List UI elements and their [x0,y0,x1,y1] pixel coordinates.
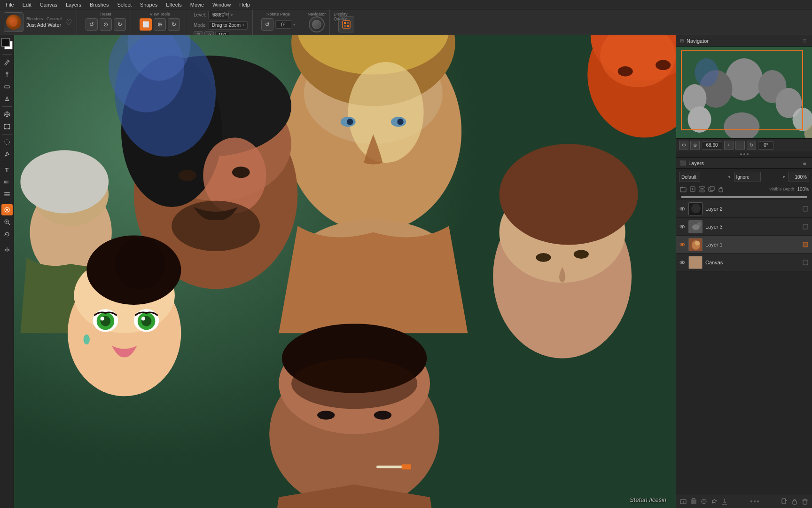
menu-select[interactable]: Select [113,1,135,8]
layer-3-eye-btn[interactable] [679,223,686,230]
favorite-heart-btn[interactable]: ♡ [65,18,72,27]
layer-lock-btn[interactable] [717,185,725,193]
eyedropper-btn[interactable] [1,69,13,80]
layer-1-thumb [688,238,703,251]
svg-point-100 [688,106,711,133]
svg-point-59 [115,238,165,289]
layer-lock-alpha-btn[interactable] [790,497,799,506]
layer-merge-down-btn[interactable] [720,497,729,506]
nav-zoom-out-btn[interactable]: − [735,141,745,150]
svg-point-45 [179,170,196,181]
layer-new-fill-btn[interactable] [689,497,698,506]
brush-paint-btn[interactable] [1,56,13,68]
rotate-ccw-btn[interactable]: ↺ [261,18,273,31]
menu-shapes[interactable]: Shapes [136,1,161,8]
reset-view-btn[interactable]: ↻ [114,18,126,31]
svg-rect-6 [347,25,349,27]
layers-menu-btn[interactable]: ≡ [801,159,808,167]
view-tool-canvas-btn[interactable]: ⬜ [140,18,152,31]
foreground-color-swatch[interactable] [1,38,10,47]
opacity-field[interactable]: 100% [789,172,809,182]
navigator-thumbnail[interactable] [676,47,812,138]
rotate-canvas-btn[interactable] [1,229,13,240]
flip-horizontal-btn[interactable] [1,244,13,255]
canvas-painting[interactable]: Stefan Ilčešin [14,35,676,508]
menu-window[interactable]: Window [209,1,234,8]
canvas-area[interactable]: Stefan Ilčešin [14,35,676,508]
svg-point-104 [695,58,718,87]
layer-1-name: Layer 1 [705,242,799,247]
layer-1-options-btn[interactable] [802,241,809,248]
layer-item-canvas[interactable]: Canvas [676,254,812,271]
nav-section-label: Navigator [308,12,326,16]
layer-item-1[interactable]: Layer 1 [676,236,812,254]
layer-2-eye-btn[interactable] [679,206,686,212]
layer-2-options-btn[interactable] [802,205,809,213]
rotate-angle-field[interactable]: 0° [275,20,291,29]
menu-file[interactable]: File [2,1,18,8]
nav-zoom-display[interactable]: 68.60 [702,141,722,150]
menu-edit[interactable]: Edit [19,1,35,8]
bucket-btn[interactable] [1,93,13,104]
pen-btn[interactable] [1,149,13,160]
nav-settings-btn[interactable]: ⚙ [679,141,688,150]
move-btn[interactable] [1,109,13,120]
canvas-options-btn[interactable] [802,259,809,266]
zoom-mode-dropdown[interactable]: Drag to Zoom ▾ [209,21,248,30]
nav-rotate-btn[interactable]: ↻ [747,141,756,150]
layer-delete-btn[interactable] [801,497,809,506]
new-layer-btn[interactable] [688,185,697,193]
navigator-round-btn[interactable] [309,16,325,32]
menu-effects[interactable]: Effects [162,1,185,8]
svg-point-128 [681,244,683,246]
layer-new-page-btn[interactable] [780,497,789,506]
layer-merge-btn[interactable] [698,185,706,193]
blend-mode-select[interactable]: Default Normal Multiply Screen Overlay [679,172,700,182]
reset-rotation-btn[interactable]: ↺ [86,18,98,31]
layer-copy-btn[interactable] [707,185,716,193]
svg-point-50 [20,150,109,213]
transform-btn[interactable] [1,121,13,132]
reset-zoom-btn[interactable]: ⊙ [100,18,112,31]
selection-ellipse-btn[interactable] [1,136,13,148]
menu-canvas[interactable]: Canvas [36,1,61,8]
nav-search-btn[interactable]: ⊕ [690,141,700,150]
svg-point-63 [101,317,104,320]
active-tool-btn[interactable] [1,204,13,215]
svg-rect-76 [402,464,411,469]
opacity-bar-container[interactable] [679,196,809,198]
svg-rect-147 [803,500,807,504]
nav-rotate-display[interactable]: 0° [758,141,774,150]
svg-rect-145 [782,499,786,504]
layer-new-vector-btn[interactable] [679,497,687,506]
canvas-eye-btn[interactable] [679,259,686,266]
navigator-menu-btn[interactable]: ≡ [801,37,808,45]
text-btn[interactable]: T [1,164,13,175]
menu-layers[interactable]: Layers [62,1,85,8]
color-swatches[interactable] [0,37,14,50]
layers-bottom-dots [750,500,759,502]
view-tool-rotate-btn[interactable]: ↻ [168,18,180,31]
gradient-btn[interactable] [1,176,13,188]
layer-1-eye-btn[interactable] [679,241,686,248]
zoom-in-btn[interactable] [1,216,13,228]
layer-item-2[interactable]: Layer 2 [676,200,812,218]
canvas-thumb [688,256,703,269]
menu-brushes[interactable]: Brushes [86,1,112,8]
layer-3-options-btn[interactable] [802,223,809,230]
svg-point-34 [348,62,424,163]
nav-zoom-in-btn[interactable]: + [724,141,734,150]
layer-item-3[interactable]: Layer 3 [676,218,812,236]
new-layer-folder-btn[interactable] [679,185,687,193]
menu-movie[interactable]: Movie [187,1,208,8]
ignore-mode-select[interactable]: Ignore Lock Reference [734,172,761,182]
view-tool-zoom-btn[interactable]: ⊕ [154,18,166,31]
eraser-btn[interactable] [1,81,13,92]
navigator-header: ⊞ Navigator ≡ [676,35,812,47]
menu-help[interactable]: Help [235,1,254,8]
svg-rect-12 [4,124,6,125]
layer-new-adjustment-btn[interactable] [700,497,708,506]
layer-move-btn[interactable] [1,189,13,200]
layer-effect-btn[interactable] [710,497,718,506]
svg-point-55 [574,250,589,259]
